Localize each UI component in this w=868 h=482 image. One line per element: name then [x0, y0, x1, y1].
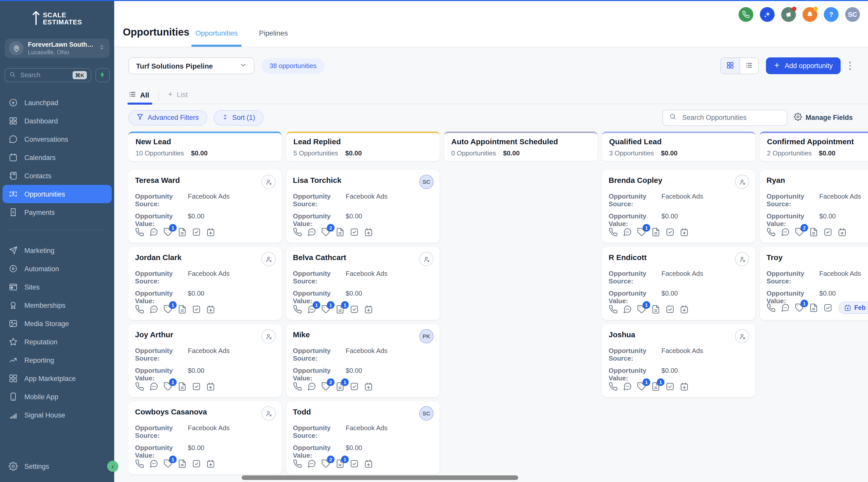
tag-icon[interactable]: 1	[163, 305, 173, 314]
opportunity-card[interactable]: Teresa WardOpportunity Source:Facebook A…	[128, 170, 282, 243]
notes-icon[interactable]	[809, 228, 818, 237]
message-icon[interactable]	[623, 305, 632, 314]
notes-icon[interactable]	[178, 459, 187, 468]
call-icon[interactable]	[767, 303, 776, 312]
message-icon[interactable]	[307, 228, 316, 237]
opportunity-card[interactable]: Lisa TorchickSCOpportunity Source:Facebo…	[286, 170, 440, 243]
opportunity-card[interactable]: Brenda CopleyOpportunity Source:Facebook…	[602, 170, 755, 243]
message-icon[interactable]	[623, 228, 632, 237]
call-icon[interactable]	[135, 305, 144, 314]
tasks-icon[interactable]	[192, 382, 201, 391]
tag-icon[interactable]: 1	[637, 228, 646, 237]
sidebar-item-conversations[interactable]: Conversations	[3, 130, 112, 148]
tab-opportunities[interactable]: Opportunities	[191, 29, 242, 37]
call-icon[interactable]	[293, 382, 302, 391]
calendar-icon[interactable]	[364, 305, 373, 314]
message-icon[interactable]	[307, 382, 316, 391]
search-opportunities-input[interactable]	[681, 113, 773, 122]
assignee-avatar[interactable]: SC	[419, 175, 433, 189]
tag-icon[interactable]: 1	[163, 228, 173, 237]
unassigned-user-icon[interactable]	[735, 175, 749, 189]
tasks-icon[interactable]	[665, 305, 675, 314]
user-avatar[interactable]: SC	[845, 7, 860, 22]
call-icon[interactable]	[135, 459, 144, 468]
unassigned-user-icon[interactable]	[261, 406, 276, 421]
unassigned-user-icon[interactable]	[735, 329, 749, 343]
notes-icon[interactable]	[809, 303, 818, 312]
message-icon[interactable]	[149, 459, 158, 468]
column-header[interactable]: Qualified Lead3 Opportunities$0.00	[602, 131, 755, 161]
more-options-button[interactable]	[847, 60, 853, 72]
pipeline-select[interactable]: Turf Solutions Pipeline	[128, 57, 254, 74]
tag-icon[interactable]: 1	[637, 305, 646, 314]
call-icon[interactable]	[293, 228, 302, 237]
opportunity-card[interactable]: RyanOpportunity Source:Facebook AdsOppor…	[760, 170, 868, 243]
tasks-icon[interactable]	[665, 228, 675, 237]
unassigned-user-icon[interactable]	[261, 329, 276, 343]
opportunity-card[interactable]: Belva CathcartOpportunity Source:Faceboo…	[286, 247, 440, 320]
search-opportunities-box[interactable]	[662, 110, 787, 126]
sidebar-item-contacts[interactable]: Contacts	[3, 167, 112, 185]
unassigned-user-icon[interactable]	[419, 252, 433, 266]
opportunity-card[interactable]: Joy ArthurOpportunity Source:Facebook Ad…	[128, 324, 282, 397]
help-button[interactable]: ?	[824, 7, 839, 22]
tasks-icon[interactable]	[823, 303, 833, 312]
tasks-icon[interactable]	[350, 382, 359, 391]
view-tab-all[interactable]: All	[128, 90, 149, 99]
add-list-tab[interactable]: + List	[168, 90, 188, 98]
notes-icon[interactable]	[178, 228, 187, 237]
message-icon[interactable]	[149, 382, 158, 391]
calendar-icon[interactable]	[838, 228, 847, 237]
message-icon[interactable]	[149, 228, 158, 237]
tag-icon[interactable]: 2	[321, 459, 331, 468]
tasks-icon[interactable]	[823, 228, 833, 237]
calendar-icon[interactable]	[364, 228, 373, 237]
phone-icon-button[interactable]	[739, 7, 753, 22]
sidebar-item-media-storage[interactable]: Media Storage	[3, 314, 112, 333]
tag-icon[interactable]: 1	[795, 303, 804, 312]
calendar-icon[interactable]	[206, 305, 215, 314]
list-view-button[interactable]	[740, 58, 758, 73]
call-icon[interactable]	[767, 228, 776, 237]
sidebar-item-settings[interactable]: Settings	[3, 457, 112, 475]
call-icon[interactable]	[135, 228, 144, 237]
calendar-icon[interactable]	[680, 382, 689, 391]
opportunity-card[interactable]: JoshuaOpportunity Source:Facebook AdsOpp…	[602, 324, 755, 397]
horizontal-scrollbar-thumb[interactable]	[242, 475, 518, 480]
column-header[interactable]: Auto Appointment Scheduled0 Opportunitie…	[444, 131, 597, 161]
opportunity-card[interactable]: ToddSCOpportunity Source:Facebook AdsOpp…	[286, 401, 440, 474]
ai-sparkle-icon-button[interactable]	[760, 7, 775, 22]
tasks-icon[interactable]	[350, 305, 359, 314]
notifications-icon-button[interactable]	[803, 7, 817, 22]
tag-icon[interactable]: 2	[321, 228, 331, 237]
tag-icon[interactable]: 1	[163, 382, 173, 391]
notes-icon[interactable]: 1	[336, 459, 345, 468]
calendar-icon[interactable]	[364, 459, 373, 468]
assignee-avatar[interactable]: PK	[419, 329, 433, 343]
calendar-icon[interactable]	[206, 382, 215, 391]
sidebar-item-memberships[interactable]: Memberships	[3, 296, 112, 314]
unassigned-user-icon[interactable]	[735, 252, 749, 266]
calendar-icon[interactable]	[206, 228, 215, 237]
sidebar-search-box[interactable]: ⌘K	[5, 68, 91, 82]
tab-pipelines[interactable]: Pipelines	[255, 29, 292, 37]
message-icon[interactable]: 1	[307, 305, 316, 314]
call-icon[interactable]	[609, 228, 618, 237]
sidebar-item-signal-house[interactable]: Signal House	[3, 406, 112, 424]
unassigned-user-icon[interactable]	[261, 252, 276, 266]
tasks-icon[interactable]	[192, 459, 201, 468]
announcements-icon-button[interactable]	[781, 7, 796, 22]
tasks-icon[interactable]	[350, 459, 359, 468]
message-icon[interactable]	[623, 382, 632, 391]
sidebar-item-dashboard[interactable]: Dashboard	[3, 112, 112, 130]
calendar-icon[interactable]	[680, 305, 689, 314]
call-icon[interactable]	[293, 305, 302, 314]
sidebar-search-input[interactable]	[19, 71, 55, 79]
column-header[interactable]: Lead Replied5 Opportunities$0.00	[286, 131, 440, 161]
message-icon[interactable]	[149, 305, 158, 314]
tag-icon[interactable]: 2	[795, 228, 804, 237]
sidebar-item-reputation[interactable]: Reputation	[3, 333, 112, 351]
notes-icon[interactable]	[178, 305, 187, 314]
opportunity-card[interactable]: Cowboys CasanovaOpportunity Source:Faceb…	[128, 401, 282, 474]
tag-icon[interactable]: 1	[163, 459, 173, 468]
